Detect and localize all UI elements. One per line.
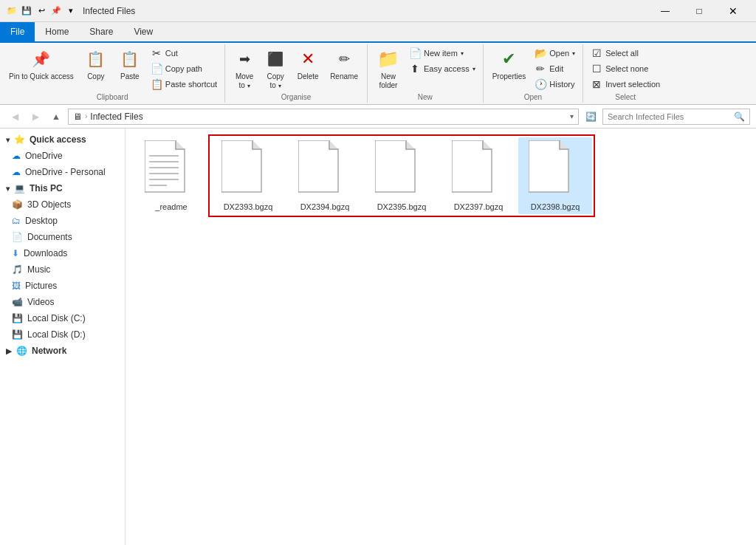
main-layout: ▾ ⭐ Quick access ☁ OneDrive ☁ OneDrive -… [0,128,756,545]
copy-label: Copy [87,72,104,80]
select-all-icon: ☑ [591,47,602,59]
ribbon-group-select: ☑ Select all ☐ Select none ⊠ Invert sele… [583,44,667,103]
address-path[interactable]: 🖥 › Infected Files ▾ [68,109,579,125]
easy-access-arrow: ▾ [472,66,475,72]
organise-label: Organise [281,93,312,101]
new-folder-label: Newfolder [379,72,397,90]
maximize-button[interactable]: □ [682,0,716,22]
sidebar-item-videos[interactable]: 📹 Videos [0,294,125,310]
desktop-icon: 🗂 [12,216,21,226]
move-to-button[interactable]: ➡ Moveto ▾ [230,46,259,92]
clipboard-label: Clipboard [97,93,128,101]
copy-to-button[interactable]: ⬛ Copyto ▾ [261,46,290,92]
copy-button[interactable]: 📋 Copy [80,46,112,82]
sidebar-item-music[interactable]: 🎵 Music [0,261,125,278]
sidebar-item-downloads[interactable]: ⬇ Downloads [0,245,125,261]
invert-label: Invert selection [605,80,660,89]
this-pc-label: This PC [30,183,63,193]
back-button[interactable]: ◀ [6,108,24,126]
file-item-DX2397-bgzq[interactable]: DX2397.bgzq [441,137,515,214]
sidebar-item-this-pc[interactable]: ▾ 💻 This PC [0,180,125,196]
edit-button[interactable]: ✏ Edit [532,61,578,76]
pin-icon: 📌 [30,47,53,71]
sidebar-item-documents[interactable]: 📄 Documents [0,229,125,245]
file-area: _readmeDX2393.bgzqDX2394.bgzqDX2395.bgzq… [126,128,756,545]
delete-button[interactable]: ✕ Delete [292,46,324,82]
file-doc-icon [298,140,351,199]
onedrive-personal-icon: ☁ [12,167,21,177]
onedrive-label: OneDrive [25,151,63,161]
file-doc-icon [221,140,275,199]
rename-label: Rename [330,72,358,80]
open-content: ✔ Properties 📂 Open ▾ ✏ Edit 🕐 History [488,46,579,92]
minimize-button[interactable]: — [648,0,682,22]
tab-home[interactable]: Home [35,22,79,41]
file-item-DX2395-bgzq[interactable]: DX2395.bgzq [365,137,439,214]
file-item-DX2394-bgzq[interactable]: DX2394.bgzq [288,137,362,214]
invert-selection-button[interactable]: ⊠ Invert selection [588,77,663,92]
file-doc-icon [375,140,428,199]
select-none-button[interactable]: ☐ Select none [588,61,663,76]
open-button[interactable]: 📂 Open ▾ [532,46,578,61]
search-icon[interactable]: 🔍 [734,112,745,122]
history-button[interactable]: 🕐 History [532,77,578,92]
file-grid: _readmeDX2393.bgzqDX2394.bgzqDX2395.bgzq… [131,134,750,217]
sidebar-item-3d-objects[interactable]: 📦 3D Objects [0,196,125,213]
file-item-DX2393-bgzq[interactable]: DX2393.bgzq [211,137,285,214]
properties-icon: ✔ [497,47,520,71]
select-all-button[interactable]: ☑ Select all [588,46,663,61]
new-item-button[interactable]: 📄 New item ▾ [406,46,478,61]
paste-shortcut-button[interactable]: 📋 Paste shortcut [148,77,220,92]
copy-to-label: Copyto ▾ [267,72,284,90]
properties-button[interactable]: ✔ Properties [488,46,531,82]
rename-button[interactable]: ✏ Rename [326,46,362,82]
local-disk-d-label: Local Disk (D:) [27,329,86,340]
downloads-label: Downloads [24,248,67,258]
select-all-label: Select all [605,49,639,58]
select-none-label: Select none [605,64,648,73]
undo-icon[interactable]: ↩ [35,5,47,17]
this-pc-expand-icon: ▾ [6,185,10,193]
pin-label: Pin to Quick access [9,72,74,81]
sidebar-item-pictures[interactable]: 🖼 Pictures [0,278,125,294]
tab-view[interactable]: View [123,22,163,41]
new-folder-button[interactable]: 📁 Newfolder [372,46,405,92]
tab-share[interactable]: Share [79,22,123,41]
sidebar-item-local-disk-c[interactable]: 💾 Local Disk (C:) [0,310,125,326]
delete-icon: ✕ [296,47,320,71]
file-label: DX2395.bgzq [377,202,427,211]
search-input[interactable] [608,112,731,121]
forward-button[interactable]: ▶ [27,108,44,126]
file-item-DX2398-bgzq[interactable]: DX2398.bgzq [518,137,592,214]
easy-access-button[interactable]: ⬆ Easy access ▾ [406,61,478,76]
edit-label: Edit [549,64,563,73]
file-item--readme[interactable]: _readme [134,137,208,214]
tab-file[interactable]: File [0,22,35,41]
file-doc-icon [145,140,198,199]
sidebar-item-desktop[interactable]: 🗂 Desktop [0,213,125,229]
properties-label: Properties [492,72,526,80]
save-icon[interactable]: 💾 [21,5,32,17]
sidebar-item-onedrive-personal[interactable]: ☁ OneDrive - Personal [0,164,125,180]
sidebar-item-quick-access[interactable]: ▾ ⭐ Quick access [0,131,125,148]
sidebar-item-local-disk-d[interactable]: 💾 Local Disk (D:) [0,326,125,343]
file-doc-icon [529,140,582,199]
network-icon: 🌐 [16,346,27,356]
desktop-label: Desktop [25,216,58,226]
copy-path-button[interactable]: 📄 Copy path [148,61,220,76]
invert-icon: ⊠ [591,78,602,90]
sidebar-item-onedrive[interactable]: ☁ OneDrive [0,148,125,164]
search-box: 🔍 [602,109,750,125]
close-button[interactable]: ✕ [716,0,750,22]
pin-to-quick-access-button[interactable]: 📌 Pin to Quick access [4,46,78,83]
new-folder-icon: 📁 [377,47,400,71]
up-button[interactable]: ▲ [47,108,65,126]
paste-button[interactable]: 📋 Paste [114,46,146,82]
dropdown-arrow-icon[interactable]: ▾ [65,5,77,17]
easy-access-icon: ⬆ [409,63,421,75]
cut-button[interactable]: ✂ Cut [148,46,220,61]
sidebar-item-network[interactable]: ▶ 🌐 Network [0,343,125,359]
address-dropdown-icon[interactable]: ▾ [570,112,574,120]
refresh-button[interactable]: 🔄 [582,108,599,126]
pin-icon[interactable]: 📌 [50,5,62,17]
